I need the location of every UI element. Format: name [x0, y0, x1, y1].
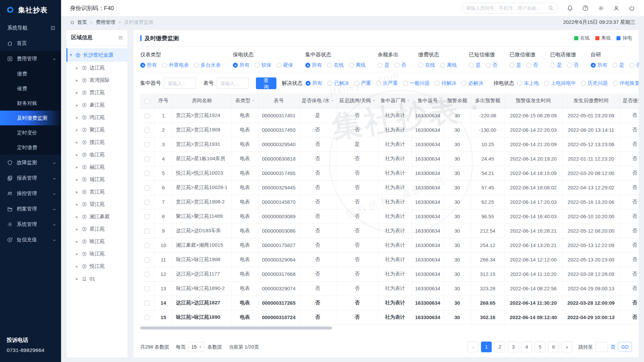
row-checkbox[interactable]: [145, 200, 150, 205]
help-icon[interactable]: [582, 5, 589, 12]
radio-icon[interactable]: [550, 63, 555, 68]
radio-selected-icon[interactable]: [233, 63, 238, 68]
caret-right-icon[interactable]: ▶: [76, 79, 79, 82]
radio-icon[interactable]: [162, 63, 167, 68]
row-checkbox[interactable]: [145, 301, 150, 306]
caret-right-icon[interactable]: ▶: [76, 178, 79, 181]
row-checkbox[interactable]: [145, 243, 150, 248]
radio-icon[interactable]: [469, 63, 474, 68]
radio-icon[interactable]: [486, 63, 491, 68]
radio-option-protect-status[interactable]: 所有: [233, 62, 250, 68]
sidebar-item-fault-monitor[interactable]: 故障监测: [0, 155, 61, 170]
tree-item[interactable]: ▶星江苑: [66, 223, 127, 235]
sidebar-item-system-management[interactable]: 系统管理: [0, 217, 61, 232]
radio-icon[interactable]: [349, 63, 354, 68]
caret-right-icon[interactable]: ▶: [76, 166, 79, 169]
page-button-3[interactable]: 3: [508, 342, 519, 352]
radio-option-balance-over[interactable]: 否: [394, 62, 406, 68]
tree-item[interactable]: ▶临江苑: [66, 148, 127, 161]
user-icon[interactable]: [613, 5, 620, 12]
row-checkbox[interactable]: [145, 272, 150, 277]
radio-selected-icon[interactable]: [591, 63, 596, 68]
radio-option-wechat-urged[interactable]: 是: [509, 62, 521, 68]
radio-option-solve-status[interactable]: 次严重: [376, 80, 398, 86]
sort-caret-icon[interactable]: ▼: [252, 99, 255, 102]
row-checkbox[interactable]: [145, 257, 150, 262]
power-icon[interactable]: [628, 5, 635, 12]
page-button-1[interactable]: 1: [481, 342, 492, 352]
page-button-6[interactable]: 6: [548, 342, 559, 352]
sidebar-item-archive-management[interactable]: 档案管理: [0, 201, 61, 217]
caret-right-icon[interactable]: ▶: [76, 66, 79, 70]
caret-right-icon[interactable]: ▶: [76, 265, 79, 268]
meter-no-input[interactable]: [217, 78, 249, 89]
tree-item[interactable]: ▶湘江豪庭: [66, 210, 127, 223]
caret-right-icon[interactable]: ▶: [76, 203, 79, 206]
tree-item[interactable]: ▶融江苑: [66, 161, 127, 173]
radio-icon[interactable]: [435, 81, 440, 86]
sidebar-item-report-management[interactable]: 报表管理: [0, 170, 61, 186]
caret-right-icon[interactable]: ▶: [76, 240, 79, 243]
radio-icon[interactable]: [327, 81, 332, 86]
sidebar-subitem-finance-reconcile[interactable]: 财务对账: [0, 96, 61, 111]
radio-icon[interactable]: [613, 81, 618, 86]
global-search-input[interactable]: [466, 5, 545, 11]
tree-item[interactable]: ▶达江苑: [66, 62, 127, 74]
radio-option-protect-status[interactable]: 硬保: [276, 62, 293, 68]
home-icon[interactable]: [70, 20, 75, 25]
radio-icon[interactable]: [567, 63, 572, 68]
radio-option-concentrator-status[interactable]: 所有: [305, 62, 322, 68]
breadcrumb-fee[interactable]: 费用管理: [96, 19, 115, 25]
radio-option-concentrator-status[interactable]: 离线: [349, 62, 366, 68]
caret-right-icon[interactable]: ▶: [76, 141, 79, 144]
tree-item[interactable]: ▶富湾国际: [66, 74, 127, 86]
radio-icon[interactable]: [581, 81, 586, 86]
radio-option-pay-status[interactable]: 离线: [440, 62, 457, 68]
radio-option-power-status[interactable]: 停电恢复: [613, 80, 639, 86]
radio-option-solve-status[interactable]: 一般问题: [403, 80, 430, 86]
radio-option-self-dev[interactable]: 所有: [591, 62, 607, 68]
row-checkbox[interactable]: [145, 214, 150, 219]
sidebar-item-control-management[interactable]: 操控管理: [0, 186, 61, 201]
tree-item[interactable]: ▶咏江苑: [66, 248, 127, 260]
radio-option-power-status[interactable]: 历史问题: [581, 80, 608, 86]
caret-right-icon[interactable]: ▶: [76, 215, 79, 219]
radio-selected-icon[interactable]: [140, 63, 145, 68]
radio-icon[interactable]: [629, 63, 634, 68]
radio-icon[interactable]: [354, 81, 359, 86]
caret-right-icon[interactable]: ▶: [76, 128, 79, 132]
tree-item[interactable]: ▶望江苑: [66, 198, 127, 210]
concentrator-input[interactable]: [164, 78, 196, 89]
settings-icon[interactable]: [597, 5, 604, 12]
tree-node-root[interactable]: ▼ 长沙世纪金源: [66, 48, 127, 62]
sidebar-subitem-timely-pay-monitor[interactable]: 及时缴费监测: [0, 111, 61, 125]
row-checkbox[interactable]: [145, 171, 150, 176]
radio-icon[interactable]: [509, 63, 515, 68]
tree-item[interactable]: ▶映江苑: [66, 235, 127, 248]
page-button-4[interactable]: 4: [521, 342, 532, 352]
caret-right-icon[interactable]: ▶: [76, 116, 79, 119]
radio-option-solve-status[interactable]: 所有: [306, 80, 322, 86]
next-page-button[interactable]: ›: [561, 342, 572, 352]
radio-icon[interactable]: [612, 63, 618, 68]
tree-item[interactable]: ▶鸿江苑: [66, 111, 127, 124]
caret-right-icon[interactable]: ▶: [76, 252, 79, 256]
sidebar-subitem-timed-price[interactable]: 定时变价: [0, 125, 61, 140]
radio-option-self-dev[interactable]: 否: [629, 62, 639, 68]
tree-item[interactable]: ▶贯江苑: [66, 86, 127, 99]
caret-right-icon[interactable]: ▶: [76, 277, 79, 281]
radio-icon[interactable]: [327, 63, 332, 68]
bell-icon[interactable]: [567, 5, 574, 12]
caret-right-icon[interactable]: ▶: [76, 91, 79, 95]
radio-selected-icon[interactable]: [306, 81, 311, 86]
tree-item[interactable]: ▶瑞江苑: [66, 173, 127, 186]
radio-option-sms-urged[interactable]: 是: [469, 62, 481, 68]
radio-icon[interactable]: [462, 81, 467, 86]
caret-right-icon[interactable]: ▶: [76, 228, 79, 231]
radio-icon[interactable]: [418, 63, 423, 68]
scrollbar-thumb[interactable]: [140, 326, 332, 329]
radio-option-power-status[interactable]: 上电掉电中: [544, 80, 576, 86]
tree-item[interactable]: ▶01: [66, 273, 127, 285]
radio-selected-icon[interactable]: [305, 63, 310, 68]
tree-item[interactable]: ▶悦江苑: [66, 260, 127, 273]
